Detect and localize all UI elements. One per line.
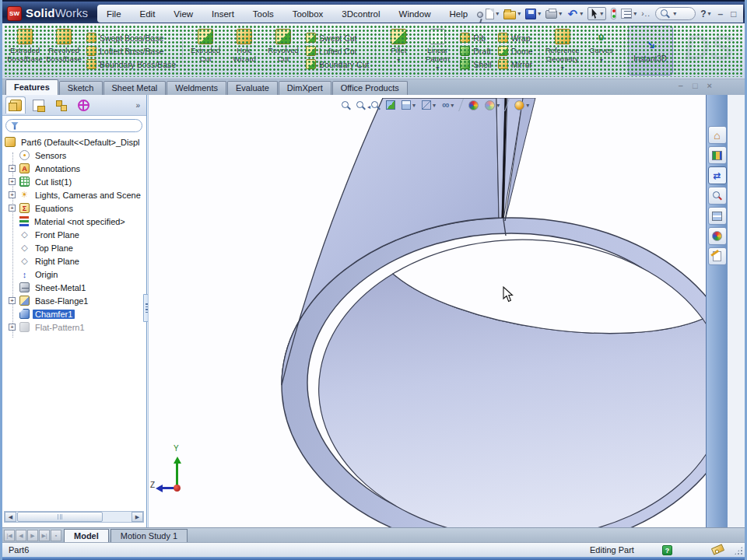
solidworks-resources-button[interactable]: ⌂ — [708, 126, 727, 144]
dropdown-arrow-icon[interactable]: ▾ — [496, 102, 500, 109]
tree-item-material[interactable]: Material <not specified> — [2, 215, 146, 228]
dropdown-arrow-icon[interactable]: ▾ — [526, 102, 529, 109]
doc-minimize-button[interactable]: – — [679, 81, 683, 90]
close-button[interactable]: × — [744, 9, 747, 19]
dropdown-arrow-icon[interactable]: ▾ — [633, 10, 637, 17]
dropdown-arrow-icon[interactable]: ▾ — [451, 102, 454, 109]
tree-item-lights[interactable]: +Lights, Cameras and Scene — [2, 188, 146, 201]
playback-button-3[interactable]: ▶| — [39, 530, 50, 541]
undo-button[interactable]: ▾ — [566, 8, 583, 19]
zoom-area-button[interactable] — [356, 101, 365, 110]
file-explorer-button[interactable]: ⇄ — [708, 166, 727, 184]
manager-tab-featuremanager-tree[interactable] — [5, 96, 26, 114]
appearances-scenes-button[interactable] — [708, 227, 727, 245]
tree-filter-input[interactable] — [22, 121, 137, 131]
expand-toggle-icon[interactable]: + — [9, 297, 16, 304]
dropdown-arrow-icon[interactable]: ▾ — [707, 10, 710, 17]
scroll-left-arrow[interactable]: ◀ — [5, 512, 16, 522]
open-button[interactable]: ▾ — [503, 9, 521, 19]
expand-toggle-icon[interactable]: + — [9, 324, 16, 331]
graphics-viewport[interactable]: ◂▾▾∞▾▾▾ Y Z ⌂⇄ — [148, 95, 728, 527]
help-button[interactable]: ?▾ — [700, 9, 710, 19]
search-button[interactable] — [708, 187, 727, 205]
tree-item-sensors[interactable]: Sensors — [2, 149, 146, 162]
expand-toggle-icon[interactable]: + — [9, 191, 16, 198]
section-view-button[interactable] — [386, 100, 395, 110]
quick-tips-icon[interactable]: ? — [662, 545, 672, 555]
custom-properties-button[interactable] — [708, 247, 727, 265]
tree-item-base-flange1[interactable]: +Base-Flange1 — [2, 294, 146, 307]
scroll-thumb[interactable] — [17, 512, 103, 522]
save-button[interactable]: ▾ — [525, 9, 541, 19]
tab-sketch[interactable]: Sketch — [59, 81, 103, 95]
tree-item-chamfer1[interactable]: Chamfer1 — [2, 307, 146, 320]
view-settings-button[interactable]: ▾ — [514, 100, 529, 110]
model-3d-view[interactable] — [152, 98, 728, 527]
playback-button-1[interactable]: ◀ — [16, 530, 26, 541]
dropdown-arrow-icon[interactable]: ▾ — [496, 10, 499, 17]
view-orientation-button[interactable]: ▾ — [402, 100, 416, 110]
dropdown-arrow-icon[interactable]: ▾ — [538, 10, 541, 17]
manager-tab-configurationmanager[interactable] — [51, 96, 71, 114]
menu-toolbox[interactable]: Toolbox — [283, 8, 333, 20]
select-tool-box[interactable]: ▾ — [587, 7, 606, 20]
manager-overflow-chevron[interactable]: » — [135, 101, 143, 110]
menu-window[interactable]: Window — [390, 8, 440, 20]
tree-item-top[interactable]: Top Plane — [2, 241, 146, 254]
overflow-button[interactable]: ›.. — [641, 9, 651, 18]
tree-item-right[interactable]: Right Plane — [2, 254, 146, 268]
tree-item-flat-pattern1[interactable]: +Flat-Pattern1 — [2, 320, 146, 334]
menu-edit[interactable]: Edit — [131, 8, 165, 20]
manager-tab-propertymanager[interactable] — [28, 96, 48, 114]
expand-toggle-icon[interactable]: + — [9, 165, 16, 172]
tab-motion-study-1[interactable]: Motion Study 1 — [110, 529, 188, 542]
zoom-fit-button[interactable] — [342, 101, 350, 110]
menu-help[interactable]: Help — [440, 8, 477, 20]
playback-button-2[interactable]: ▶ — [27, 530, 38, 541]
manager-tab-dimxpertmanager[interactable] — [73, 96, 93, 114]
tree-item-annotations[interactable]: +Annotations — [2, 162, 146, 175]
dropdown-arrow-icon[interactable]: ▾ — [433, 102, 436, 109]
tree-horizontal-scrollbar[interactable]: ◀ ▶ — [4, 511, 144, 523]
playback-button-4[interactable]: ▪ — [51, 530, 61, 541]
playback-button-0[interactable]: |◀ — [4, 530, 15, 541]
dropdown-arrow-icon[interactable]: ▾ — [517, 10, 521, 17]
tab-office-products[interactable]: Office Products — [332, 81, 408, 95]
hide-show-items-button[interactable]: ∞▾ — [442, 100, 454, 110]
minimize-button[interactable]: – — [717, 9, 723, 19]
tree-item-cut[interactable]: +Cut list(1) — [2, 175, 146, 188]
menu-view[interactable]: View — [164, 8, 202, 20]
tree-item-part6[interactable]: Part6 (Default<<Default>_Displ — [2, 135, 146, 149]
expand-toggle-icon[interactable]: + — [9, 205, 16, 212]
menu-3dcontrol[interactable]: 3Dcontrol — [332, 8, 389, 20]
new-document-button[interactable]: ▾ — [486, 9, 499, 19]
doc-restore-button[interactable]: □ — [693, 81, 698, 90]
apply-scene-button[interactable]: ▾ — [485, 100, 500, 110]
search-box[interactable]: ▾ — [655, 7, 696, 20]
edit-appearance-button[interactable] — [468, 100, 479, 110]
restore-button[interactable]: □ — [731, 9, 736, 19]
doc-close-button[interactable]: × — [707, 81, 712, 90]
dropdown-arrow-icon[interactable]: ▾ — [559, 10, 562, 17]
traffic-light-button[interactable] — [611, 8, 616, 19]
scroll-right-arrow[interactable]: ▶ — [132, 512, 143, 522]
menu-file[interactable]: File — [97, 8, 131, 20]
dropdown-arrow-icon[interactable]: ▾ — [600, 10, 603, 17]
pin-icon[interactable] — [477, 12, 483, 18]
linear-pattern-button[interactable]: Linear Pattern▾ — [418, 25, 457, 77]
tag-icon[interactable] — [711, 544, 724, 555]
menu-tools[interactable]: Tools — [244, 8, 283, 20]
menu-insert[interactable]: Insert — [202, 8, 244, 20]
dropdown-arrow-icon[interactable]: ▾ — [673, 10, 676, 17]
tab-sheet-metal[interactable]: Sheet Metal — [103, 81, 167, 95]
display-style-button[interactable]: ▾ — [422, 100, 436, 110]
tree-item-origin[interactable]: Origin — [2, 268, 146, 281]
tab-dimxpert[interactable]: DimXpert — [279, 81, 331, 95]
tab-features[interactable]: Features — [5, 79, 58, 95]
tab-evaluate[interactable]: Evaluate — [227, 81, 278, 95]
tree-item-sheet-metal1[interactable]: Sheet-Metal1 — [2, 281, 146, 294]
dropdown-arrow-icon[interactable]: ▾ — [580, 10, 583, 17]
previous-view-button[interactable]: ◂ — [371, 101, 380, 110]
select-button[interactable]: ▾ — [587, 7, 606, 20]
tree-item-equations[interactable]: +Equations — [2, 201, 146, 215]
